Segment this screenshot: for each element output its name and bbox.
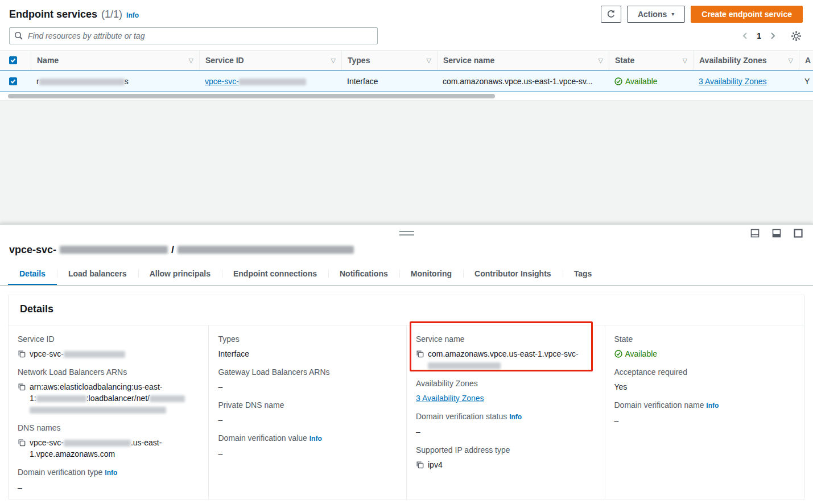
copy-icon[interactable]	[18, 350, 26, 358]
split-panel: vpce-svc- / Details Load balancers Allow…	[0, 224, 813, 504]
column-header-acceptance[interactable]: A	[799, 51, 813, 70]
select-all-checkbox[interactable]	[9, 56, 17, 64]
column-header-label: Types	[348, 56, 370, 65]
scrollbar-thumb[interactable]	[8, 94, 495, 98]
panel-title-separator: /	[171, 244, 174, 256]
tab-details[interactable]: Details	[8, 263, 57, 285]
redacted-text	[150, 395, 185, 402]
column-header-service-name[interactable]: Service name ▽	[437, 51, 609, 70]
service-name-value: com.amazonaws.vpce.us-east-1.vpce-sv...	[443, 77, 593, 86]
actions-button[interactable]: Actions ▾	[627, 6, 685, 23]
field-domain-verification-name: Domain verification name Info –	[614, 399, 796, 426]
column-header-label: A	[805, 56, 811, 65]
field-value: com.amazonaws.vpce.us-east-1.vpce-svc-	[428, 348, 579, 371]
tab-monitoring[interactable]: Monitoring	[399, 263, 463, 285]
field-label: Gateway Load Balancers ARNs	[218, 366, 397, 378]
field-value: arn:aws:elasticloadbalancing:us-east- 1:…	[30, 381, 185, 415]
column-header-state[interactable]: State ▽	[609, 51, 693, 70]
check-circle-icon	[614, 77, 622, 85]
tab-contributor-insights[interactable]: Contributor Insights	[463, 263, 563, 285]
copy-icon[interactable]	[18, 383, 26, 391]
panel-maximize-button[interactable]	[791, 228, 805, 239]
settings-button[interactable]	[789, 30, 804, 43]
filter-icon[interactable]: ▽	[331, 57, 336, 64]
availability-zones-link[interactable]: 3 Availability Zones	[699, 77, 767, 86]
row-checkbox[interactable]	[9, 77, 17, 85]
panel-position-bottom-button[interactable]	[748, 228, 762, 239]
info-link[interactable]: Info	[126, 11, 139, 19]
info-link[interactable]: Info	[706, 402, 719, 410]
state-value: Available	[625, 348, 658, 360]
tab-load-balancers[interactable]: Load balancers	[57, 263, 138, 285]
copy-icon[interactable]	[18, 439, 26, 447]
field-value: ipv4	[428, 459, 443, 470]
field-label: Domain verification value Info	[218, 432, 397, 444]
field-service-name: Service name com.amazonaws.vpce.us-east-…	[416, 333, 596, 371]
search-box	[9, 27, 378, 44]
filter-icon[interactable]: ▽	[427, 57, 431, 64]
filter-icon[interactable]: ▽	[789, 57, 793, 64]
copy-icon[interactable]	[416, 350, 424, 358]
field-private-dns-name: Private DNS name –	[218, 399, 397, 425]
tab-notifications[interactable]: Notifications	[328, 263, 399, 285]
field-dns-names: DNS names vpce-svc-.us-east- 1.vpce.amaz…	[18, 422, 199, 460]
previous-page-button[interactable]	[740, 31, 751, 41]
column-header-label: Name	[37, 56, 59, 65]
field-domain-verification-status: Domain verification status Info –	[416, 411, 596, 437]
split-panel-bar	[0, 225, 813, 242]
field-domain-verification-value: Domain verification value Info –	[218, 432, 397, 459]
endpoint-services-table: Name ▽ Service ID ▽ Types ▽ Service name…	[0, 50, 813, 92]
check-icon	[10, 79, 16, 84]
types-value: Interface	[347, 77, 378, 86]
field-service-id: Service ID vpce-svc-	[18, 333, 199, 360]
column-header-types[interactable]: Types ▽	[341, 51, 437, 70]
cell-service-name: com.amazonaws.vpce.us-east-1.vpce-sv...	[437, 71, 609, 92]
filter-icon[interactable]: ▽	[599, 57, 603, 64]
redacted-text	[428, 362, 501, 369]
filter-icon[interactable]: ▽	[683, 57, 687, 64]
panel-maximize-icon	[794, 229, 803, 238]
column-header-name[interactable]: Name ▽	[31, 51, 199, 70]
create-endpoint-service-button[interactable]: Create endpoint service	[691, 6, 803, 23]
info-link[interactable]: Info	[509, 413, 522, 421]
field-value: –	[614, 415, 619, 426]
search-input[interactable]	[9, 27, 378, 44]
availability-zones-link[interactable]: 3 Availability Zones	[416, 393, 484, 404]
refresh-button[interactable]	[601, 6, 621, 23]
column-header-service-id[interactable]: Service ID ▽	[199, 51, 341, 70]
field-domain-verification-type: Domain verification type Info –	[18, 466, 199, 493]
field-value: –	[18, 482, 22, 493]
scrollbar-track[interactable]	[8, 94, 805, 98]
field-label: Domain verification status Info	[416, 411, 596, 423]
tab-allow-principals[interactable]: Allow principals	[138, 263, 222, 285]
field-state: State Available	[614, 333, 796, 360]
column-header-availability-zones[interactable]: Availability Zones ▽	[693, 51, 799, 70]
copy-icon[interactable]	[416, 461, 424, 469]
filter-icon[interactable]: ▽	[189, 57, 193, 64]
redacted-text	[39, 79, 125, 85]
panel-title: vpce-svc- /	[0, 242, 813, 263]
service-id-link[interactable]: vpce-svc-	[205, 77, 306, 86]
redacted-text	[60, 246, 168, 254]
column-header-label: Service ID	[205, 56, 244, 65]
info-link[interactable]: Info	[309, 435, 322, 443]
next-page-button[interactable]	[767, 31, 778, 41]
select-all-cell	[0, 51, 31, 70]
info-link[interactable]: Info	[105, 469, 117, 477]
tab-endpoint-connections[interactable]: Endpoint connections	[222, 263, 328, 285]
drag-handle[interactable]	[399, 231, 414, 236]
details-column-4: State Available Acceptance required Yes	[605, 325, 805, 499]
field-label: Domain verification type Info	[18, 466, 199, 478]
actions-button-label: Actions	[638, 10, 667, 19]
field-value: –	[218, 381, 222, 393]
details-card-body: Service ID vpce-svc- Network Load Balanc…	[9, 325, 804, 499]
cell-state: Available	[609, 71, 693, 92]
name-fragment: s	[125, 77, 129, 86]
field-label: DNS names	[18, 422, 199, 433]
panel-position-side-button[interactable]	[770, 228, 783, 239]
table-row[interactable]: rs vpce-svc- Interface com.amazonaws.vpc…	[0, 71, 813, 92]
tab-tags[interactable]: Tags	[563, 263, 604, 285]
column-header-label: State	[615, 56, 634, 65]
chevron-right-icon	[769, 32, 776, 40]
page-number[interactable]: 1	[751, 31, 767, 40]
